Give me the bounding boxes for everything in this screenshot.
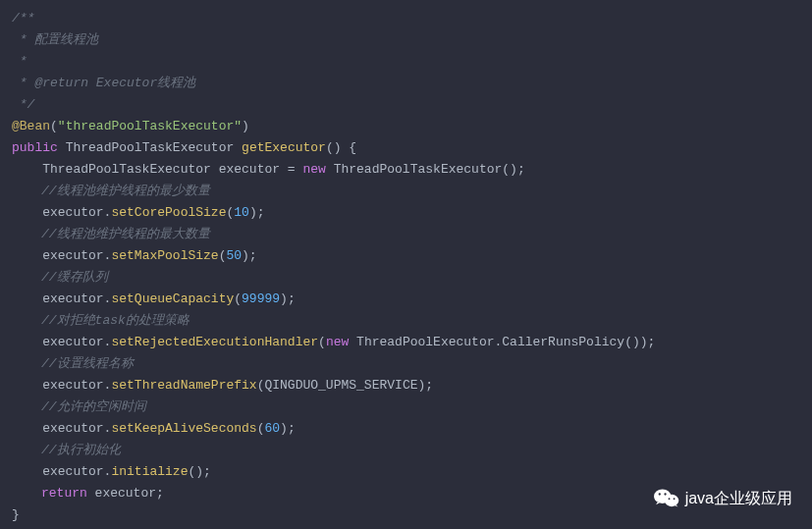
svg-point-2 [658,493,660,495]
comment-max-threads: //线程池维护线程的最大数量 [12,224,800,245]
wechat-icon [654,488,679,509]
core-pool-size-line: executor.setCorePoolSize(10); [12,202,800,224]
set-core-pool-size: setCorePoolSize [111,205,226,220]
initialize-call: initialize [111,464,188,479]
comment-idle: //允许的空闲时间 [12,397,800,418]
method-signature: public ThreadPoolTaskExecutor getExecuto… [12,137,800,159]
comment-queue: //缓存队列 [12,267,800,289]
max-pool-size-value: 50 [226,248,242,263]
return-keyword: return [41,486,87,501]
comment-reject: //对拒绝task的处理策略 [12,310,800,332]
set-queue-capacity: setQueueCapacity [111,291,234,306]
set-keep-alive: setKeepAliveSeconds [111,421,256,436]
javadoc-blank: * [12,51,800,73]
watermark-text: java企业级应用 [685,488,792,509]
queue-capacity-value: 99999 [242,291,280,306]
code-block: /** * 配置线程池 * * @return Executor线程池 */ @… [12,8,800,526]
initialize-line: executor.initialize(); [12,461,800,483]
keep-alive-line: executor.setKeepAliveSeconds(60); [12,418,800,440]
rejected-handler-line: executor.setRejectedExecutionHandler(new… [12,332,800,353]
max-pool-size-line: executor.setMaxPoolSize(50); [12,245,800,267]
javadoc-close: */ [12,94,800,116]
comment-min-threads: //线程池维护线程的最少数量 [12,181,800,202]
javadoc-desc: * 配置线程池 [12,29,800,51]
svg-point-5 [673,498,675,500]
javadoc-open: /** [12,8,800,29]
core-pool-size-value: 10 [234,205,249,220]
javadoc-return: * @return Executor线程池 [12,73,800,94]
svg-point-4 [668,498,670,500]
comment-init: //执行初始化 [12,440,800,461]
keep-alive-value: 60 [264,421,280,436]
queue-capacity-line: executor.setQueueCapacity(99999); [12,289,800,310]
set-thread-name-prefix: setThreadNamePrefix [111,378,256,393]
new-keyword: new [302,162,325,177]
watermark: java企业级应用 [654,488,792,509]
thread-name-line: executor.setThreadNamePrefix(QINGDUO_UPM… [12,375,800,397]
bean-name-string: "threadPoolTaskExecutor" [58,119,242,133]
comment-thread-name: //设置线程名称 [12,353,800,375]
return-type: ThreadPoolTaskExecutor [66,140,235,155]
annotation-line: @Bean("threadPoolTaskExecutor") [12,116,800,137]
svg-point-1 [664,495,677,506]
svg-point-3 [664,493,666,495]
executor-decl: ThreadPoolTaskExecutor executor = new Th… [12,159,800,181]
public-keyword: public [12,140,58,155]
set-max-pool-size: setMaxPoolSize [111,248,218,263]
set-rejected-handler: setRejectedExecutionHandler [111,335,318,349]
method-name: getExecutor [242,140,326,155]
bean-annotation: @Bean [12,119,50,133]
